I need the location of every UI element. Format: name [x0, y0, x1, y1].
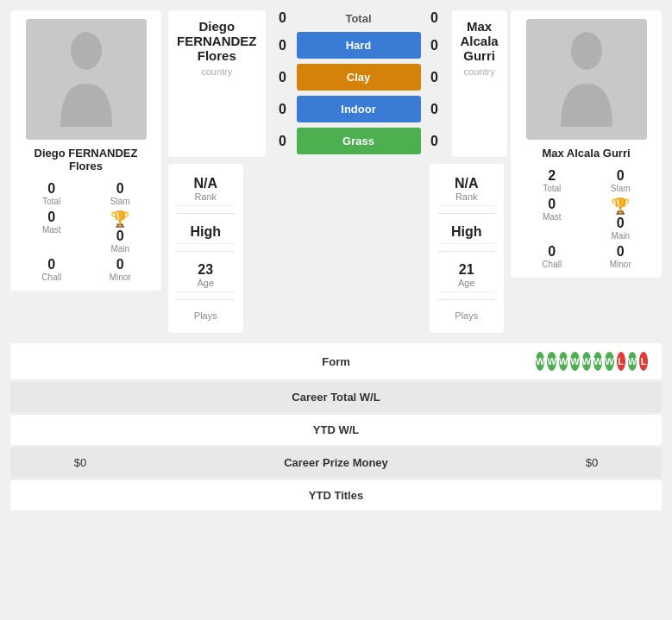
- left-prize-value: $0: [24, 456, 136, 469]
- mid-stats-row: N/A Rank High 23 Age: [168, 164, 504, 333]
- indoor-row: 0 Indoor 0: [273, 93, 445, 125]
- grass-score-left: 0: [273, 134, 293, 149]
- right-minor-label: Minor: [610, 260, 631, 269]
- hard-score-right: 0: [424, 38, 445, 53]
- total-score-left: 0: [273, 10, 293, 26]
- right-prize-value: $0: [536, 456, 648, 469]
- left-slam-label: Slam: [110, 197, 130, 206]
- left-rank-value: N/A: [193, 176, 217, 191]
- left-trophy-icon: 🏆: [110, 210, 129, 229]
- form-badge-5: W: [582, 352, 591, 371]
- prize-label: Career Prize Money: [136, 456, 536, 469]
- right-player-name: Max Alcala Gurri: [542, 147, 630, 160]
- right-mast-label: Mast: [543, 212, 562, 222]
- left-plays-row: Plays: [177, 307, 235, 324]
- left-high-value: High: [190, 224, 221, 240]
- form-badge-9: W: [628, 352, 637, 371]
- left-divider2: [177, 251, 235, 252]
- center-spacer: [250, 164, 423, 333]
- hard-row: 0 Hard 0: [273, 29, 445, 61]
- left-total-stat: 0 Total: [19, 181, 85, 206]
- right-slam-label: Slam: [611, 184, 631, 193]
- right-age-label: Age: [458, 278, 475, 288]
- hard-score-left: 0: [273, 38, 293, 53]
- right-chall-stat: 0 Chall: [519, 244, 585, 269]
- left-slam-stat: 0 Slam: [88, 181, 154, 206]
- left-name-header: Diego FERNANDEZ Flores country: [168, 10, 266, 157]
- form-badge-7: W: [605, 352, 613, 371]
- right-plays-label: Plays: [455, 310, 478, 321]
- left-rank-label: Rank: [194, 191, 217, 202]
- right-rank-row: N/A Rank: [438, 172, 496, 206]
- right-plays-row: Plays: [438, 307, 496, 324]
- left-plays-label: Plays: [194, 310, 217, 321]
- center-col: Diego FERNANDEZ Flores country 0 Total 0: [168, 10, 504, 333]
- form-badge-1: W: [536, 352, 544, 371]
- right-rank-value: N/A: [455, 176, 479, 191]
- indoor-score-left: 0: [273, 102, 293, 117]
- comparison-row: Diego FERNANDEZ Flores 0 Total 0 Slam: [10, 10, 662, 333]
- ytd-titles-row: YTD Titles: [10, 480, 662, 510]
- right-divider3: [438, 299, 496, 300]
- right-trophy-icon: 🏆: [611, 197, 630, 216]
- right-main-value: 0: [617, 216, 625, 231]
- right-player-col: Max Alcala Gurri 2 Total 0 Slam 0 Mast: [511, 10, 662, 278]
- form-badge-4: W: [570, 352, 579, 371]
- clay-score-left: 0: [273, 70, 293, 85]
- left-trophy-main: 🏆 0 Main: [88, 210, 154, 254]
- right-header-name: Max Alcala Gurri: [461, 19, 499, 63]
- right-age-row: 21 Age: [438, 259, 496, 292]
- grass-btn[interactable]: Grass: [297, 128, 421, 154]
- grass-score-right: 0: [424, 134, 445, 149]
- player-names-header: Diego FERNANDEZ Flores country 0 Total 0: [168, 10, 504, 157]
- left-age-value: 23: [198, 262, 213, 278]
- left-minor-label: Minor: [110, 272, 131, 282]
- clay-btn[interactable]: Clay: [297, 64, 421, 91]
- left-total-value: 0: [47, 181, 55, 197]
- left-country-label: country: [177, 66, 257, 77]
- clay-row: 0 Clay 0: [273, 61, 445, 93]
- career-wl-row: Career Total W/L: [10, 382, 662, 412]
- career-wl-label: Career Total W/L: [136, 391, 536, 404]
- right-high-row: High: [438, 221, 496, 244]
- ytd-titles-label: YTD Titles: [136, 489, 536, 502]
- form-row: Form W W W W W W W L W L: [10, 343, 662, 379]
- left-mast-stat: 0 Mast: [19, 210, 85, 254]
- svg-point-0: [71, 32, 102, 70]
- total-row: 0 Total 0: [273, 10, 445, 26]
- right-country-label: country: [461, 66, 499, 77]
- right-slam-stat: 0 Slam: [588, 168, 654, 193]
- left-mast-label: Mast: [42, 225, 61, 235]
- right-player-stats-grid: 2 Total 0 Slam 0 Mast 🏆: [519, 168, 653, 269]
- ytd-wl-label: YTD W/L: [136, 423, 536, 436]
- left-chall-value: 0: [47, 257, 55, 272]
- right-mid-stats: N/A Rank High 21 Age: [430, 164, 505, 333]
- left-player-card: Diego FERNANDEZ Flores 0 Total 0 Slam: [10, 10, 161, 291]
- left-minor-stat: 0 Minor: [88, 257, 154, 282]
- left-age-row: 23 Age: [177, 259, 235, 292]
- ytd-wl-row: YTD W/L: [10, 415, 662, 445]
- right-main-label: Main: [611, 231, 630, 241]
- surfaces-col: 0 Total 0 0 Hard 0 0 Cla: [273, 10, 445, 157]
- left-player-avatar: [26, 19, 147, 140]
- right-divider2: [438, 251, 496, 252]
- left-high-row: High: [177, 221, 235, 244]
- right-minor-value: 0: [617, 244, 625, 260]
- left-rank-row: N/A Rank: [177, 172, 235, 206]
- form-badge-2: W: [547, 352, 556, 371]
- right-total-label: Total: [543, 184, 561, 193]
- right-total-value: 2: [548, 168, 556, 184]
- right-player-card: Max Alcala Gurri 2 Total 0 Slam 0 Mast: [511, 10, 662, 278]
- left-divider1: [177, 213, 235, 214]
- form-badges-container: W W W W W W W L W L: [536, 352, 648, 371]
- right-minor-stat: 0 Minor: [588, 244, 654, 269]
- left-total-label: Total: [42, 197, 60, 206]
- hard-btn[interactable]: Hard: [297, 32, 421, 59]
- indoor-btn[interactable]: Indoor: [297, 96, 421, 122]
- left-main-label: Main: [110, 244, 129, 254]
- right-mast-stat: 0 Mast: [519, 197, 585, 241]
- form-badge-3: W: [559, 352, 568, 371]
- left-player-col: Diego FERNANDEZ Flores 0 Total 0 Slam: [10, 10, 161, 291]
- right-mast-value: 0: [548, 197, 556, 212]
- left-mid-stats: N/A Rank High 23 Age: [168, 164, 243, 333]
